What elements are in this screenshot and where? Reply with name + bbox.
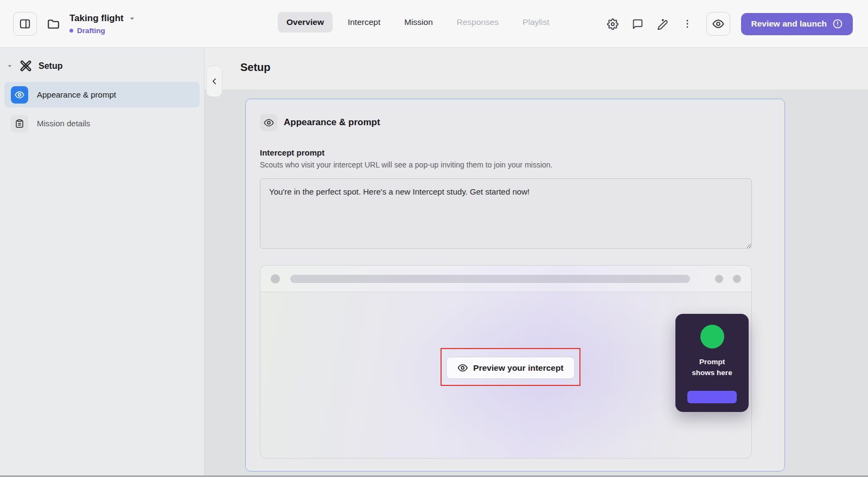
more-options-button[interactable] xyxy=(676,13,699,35)
sidebar-toggle-button[interactable] xyxy=(13,12,37,36)
tab-overview[interactable]: Overview xyxy=(278,12,333,33)
comments-button[interactable] xyxy=(626,13,649,35)
prompt-tooltip-card: Prompt shows here xyxy=(675,314,749,412)
sidebar-section-setup[interactable]: Setup xyxy=(0,48,204,82)
tab-mission[interactable]: Mission xyxy=(395,12,442,33)
status-badge: Drafting xyxy=(77,27,105,35)
tooltip-cta-placeholder xyxy=(687,391,737,403)
appearance-prompt-card: Appearance & prompt Intercept prompt Sco… xyxy=(245,99,785,472)
main-content: Setup Appearance & prompt Intercept prom… xyxy=(205,48,868,477)
intercept-prompt-label: Intercept prompt xyxy=(260,148,324,157)
top-tab-bar: Overview Intercept Mission Responses Pla… xyxy=(278,12,558,33)
gear-icon xyxy=(607,18,618,30)
tab-intercept[interactable]: Intercept xyxy=(339,12,389,33)
app-header: Taking flight Drafting Overview Intercep… xyxy=(0,0,868,48)
folder-icon xyxy=(47,17,60,31)
tab-playlist[interactable]: Playlist xyxy=(514,12,558,33)
green-avatar-circle xyxy=(700,325,724,349)
clipboard-icon xyxy=(11,115,28,132)
red-highlight-annotation: Preview your intercept xyxy=(441,348,580,386)
review-and-launch-label: Review and launch xyxy=(751,19,827,29)
project-title: Taking flight xyxy=(69,13,124,24)
review-and-launch-button[interactable]: Review and launch xyxy=(741,13,853,35)
intercept-cross-icon xyxy=(18,59,33,73)
tooltip-text: Prompt shows here xyxy=(689,357,736,378)
settings-button[interactable] xyxy=(601,13,624,35)
header-left-cluster: Taking flight Drafting xyxy=(13,0,136,48)
eye-icon xyxy=(457,363,468,373)
page-header-band: Setup xyxy=(205,48,868,89)
sidebar-item-label: Appearance & prompt xyxy=(37,90,116,99)
project-switcher[interactable]: Taking flight Drafting xyxy=(69,13,136,35)
browser-chrome-bar xyxy=(260,266,751,292)
comment-icon xyxy=(632,18,643,30)
preview-your-intercept-button[interactable]: Preview your intercept xyxy=(446,357,575,379)
intercept-prompt-description: Scouts who visit your intercept URL will… xyxy=(260,160,553,169)
setup-sidebar: Setup Appearance & prompt Mission detail… xyxy=(0,48,205,477)
browser-circle xyxy=(271,274,280,283)
sidebar-collapse-handle[interactable] xyxy=(206,66,222,97)
sidebar-item-label: Mission details xyxy=(37,119,90,128)
chevron-left-icon xyxy=(210,77,219,86)
preview-mode-button[interactable] xyxy=(706,12,730,36)
eye-icon xyxy=(11,86,28,104)
sidebar-item-mission-details[interactable]: Mission details xyxy=(4,111,200,136)
address-bar-placeholder xyxy=(290,275,690,283)
browser-preview-frame: Preview your intercept Prompt shows here xyxy=(260,265,752,459)
browser-circle xyxy=(715,275,723,283)
kebab-menu-icon xyxy=(682,18,693,29)
alert-circle-icon xyxy=(832,18,843,29)
browser-circle xyxy=(733,275,741,283)
chevron-down-icon xyxy=(7,63,13,69)
folder-button[interactable] xyxy=(42,13,64,35)
chevron-down-icon xyxy=(129,15,136,22)
tab-responses[interactable]: Responses xyxy=(448,12,508,33)
ai-assist-button[interactable] xyxy=(651,13,674,35)
eye-icon xyxy=(260,114,277,131)
page-title: Setup xyxy=(240,61,271,74)
sidebar-section-label: Setup xyxy=(39,61,62,71)
panel-toggle-icon xyxy=(19,18,31,30)
card-header: Appearance & prompt xyxy=(260,114,380,131)
eye-icon xyxy=(712,18,724,30)
header-actions: Review and launch xyxy=(601,0,853,48)
sidebar-item-appearance-prompt[interactable]: Appearance & prompt xyxy=(4,82,200,107)
preview-button-label: Preview your intercept xyxy=(473,363,563,373)
magic-pen-icon xyxy=(657,18,668,30)
card-title: Appearance & prompt xyxy=(284,117,380,128)
status-dot xyxy=(69,29,73,33)
intercept-prompt-input[interactable]: You're in the perfect spot. Here's a new… xyxy=(260,178,752,249)
